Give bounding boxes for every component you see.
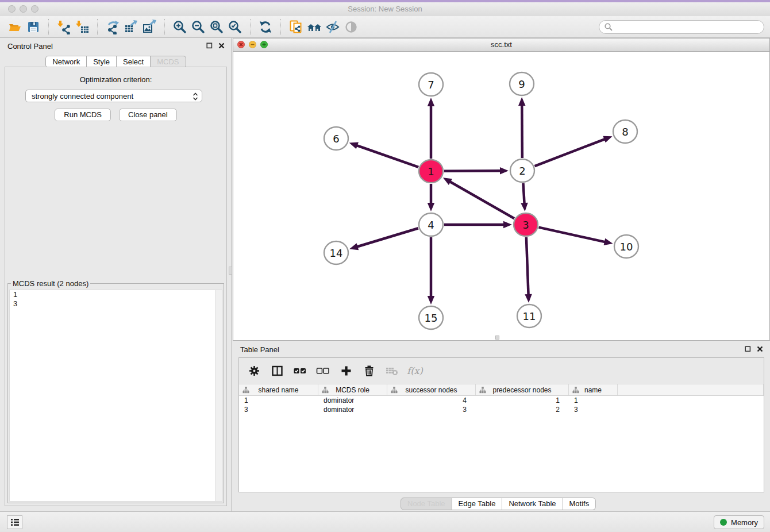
mcds-result-list[interactable]: 13 [9,290,222,502]
export-table-icon[interactable] [122,18,140,36]
table-header-row: shared nameMCDS rolesuccessor nodesprede… [239,384,764,396]
graph-edge-arrow-3-10[interactable] [604,238,613,245]
cell-shared-name[interactable]: 3 [239,406,318,414]
run-mcds-button[interactable]: Run MCDS [55,109,111,121]
list-icon [10,518,20,526]
refresh-layout-icon[interactable] [256,18,275,36]
tab-network[interactable]: Network [45,56,87,68]
cell-predecessor-nodes[interactable]: 1 [476,396,569,404]
network-frame-titlebar[interactable]: scc.txt [233,38,769,52]
tab-mcds[interactable]: MCDS [151,56,186,68]
select-all-icon[interactable] [293,364,307,378]
graph-edge-arrow-4-15[interactable] [428,296,435,304]
column-header-name[interactable]: name [569,384,618,395]
graph-edge-arrow-1-4[interactable] [428,203,435,211]
graph-edge-arrow-1-7[interactable] [428,98,435,106]
float-panel-icon[interactable] [206,43,213,49]
close-panel-icon[interactable] [757,346,763,352]
graph-node-label-14: 14 [330,247,343,259]
graph-edge-3-11[interactable] [526,237,529,295]
cell-predecessor-nodes[interactable]: 2 [476,406,569,414]
new-network-icon[interactable] [103,18,122,36]
network-graph[interactable]: 7968124314101511 [233,52,769,340]
tab-edge-table[interactable]: Edge Table [452,498,503,510]
close-panel-icon[interactable] [218,43,225,49]
graph-edge-arrow-1-6[interactable] [349,142,359,149]
graph-edge-1-2[interactable] [444,171,501,171]
fit-content-icon[interactable] [207,18,226,36]
graph-edge-arrow-4-3[interactable] [503,221,512,229]
export-image-icon[interactable] [140,18,159,36]
graph-edge-2-9[interactable] [522,105,522,158]
network-canvas[interactable]: 7968124314101511 [233,52,769,340]
graph-edge-2-8[interactable] [535,139,606,166]
column-header-successor-nodes[interactable]: successor nodes [387,384,476,395]
result-scrollbar[interactable] [215,290,222,501]
frame-minimize-button[interactable] [249,41,256,48]
graph-edge-arrow-2-3[interactable] [521,203,528,211]
import-network-icon[interactable] [55,18,73,36]
open-session-icon[interactable] [6,18,24,36]
mcds-panel: Optimization criterion: strongly connect… [5,67,227,506]
save-session-icon[interactable] [24,18,43,36]
graph-edge-1-6[interactable] [356,145,418,167]
cell-mcds-role[interactable]: dominator [318,406,387,414]
float-panel-icon[interactable] [745,346,751,352]
memory-button[interactable]: Memory [714,515,764,529]
table-panel: Table Panel [233,342,770,511]
cell-successor-nodes[interactable]: 3 [387,406,476,414]
graph-edge-arrow-1-2[interactable] [500,167,509,174]
table-row-0[interactable]: 1dominator411 [239,396,764,405]
column-header-filler [618,384,764,395]
panel-divider-handle[interactable] [229,267,232,275]
tab-node-table[interactable]: Node Table [401,498,452,510]
tab-network-table[interactable]: Network Table [502,498,563,510]
search-input[interactable] [613,22,759,32]
cell-name[interactable]: 1 [569,396,618,404]
table-row-1[interactable]: 3dominator323 [239,405,764,414]
column-header-shared-name[interactable]: shared name [239,384,318,395]
zoom-selected-icon[interactable] [226,18,244,36]
close-panel-button[interactable]: Close panel [119,109,177,121]
network-document-icon[interactable] [287,18,305,36]
graph-edge-arrow-4-14[interactable] [349,243,359,250]
node-table-container: f(x) shared nameMCDS rolesuccessor nodes… [238,357,764,492]
show-column-icon[interactable] [270,364,284,378]
column-header-mcds-role[interactable]: MCDS role [318,384,387,395]
column-header-predecessor-nodes[interactable]: predecessor nodes [476,384,569,395]
graph-edge-3-1[interactable] [449,182,514,219]
add-row-icon[interactable] [339,364,353,378]
tab-style[interactable]: Style [87,56,117,68]
cell-successor-nodes[interactable]: 4 [387,396,476,404]
delete-row-icon[interactable] [362,364,376,378]
frame-maximize-button[interactable] [260,41,268,48]
memory-status-icon [720,519,727,526]
column-header-label: MCDS role [336,386,369,394]
settings-gear-icon[interactable] [247,364,261,378]
cell-mcds-role[interactable]: dominator [318,396,387,404]
tab-select[interactable]: Select [117,56,151,68]
canvas-resize-handle[interactable] [495,336,499,340]
optimization-criterion-select[interactable]: strongly connected component [25,90,202,102]
graph-edge-3-10[interactable] [538,228,605,242]
frame-close-button[interactable] [237,41,245,48]
import-table-icon[interactable] [73,18,91,36]
cell-name[interactable]: 3 [569,406,618,414]
zoom-in-icon[interactable] [171,18,189,36]
graph-edge-arrow-2-9[interactable] [518,97,525,106]
graph-edge-arrow-2-8[interactable] [603,136,612,143]
deselect-all-icon[interactable] [316,364,330,378]
graph-edge-arrow-3-11[interactable] [525,294,532,303]
tab-motifs[interactable]: Motifs [563,498,596,510]
column-tree-icon [391,387,398,394]
column-header-label: predecessor nodes [492,386,551,394]
cell-shared-name[interactable]: 1 [239,396,318,404]
graph-edge-4-14[interactable] [356,228,418,246]
graph-node-label-1: 1 [428,165,434,178]
search-field[interactable] [599,20,764,34]
zoom-out-icon[interactable] [189,18,207,36]
graph-edge-2-3[interactable] [523,183,524,204]
task-history-button[interactable] [7,515,22,529]
home-icon[interactable] [305,18,324,36]
hide-graphics-details-icon[interactable] [324,18,342,36]
